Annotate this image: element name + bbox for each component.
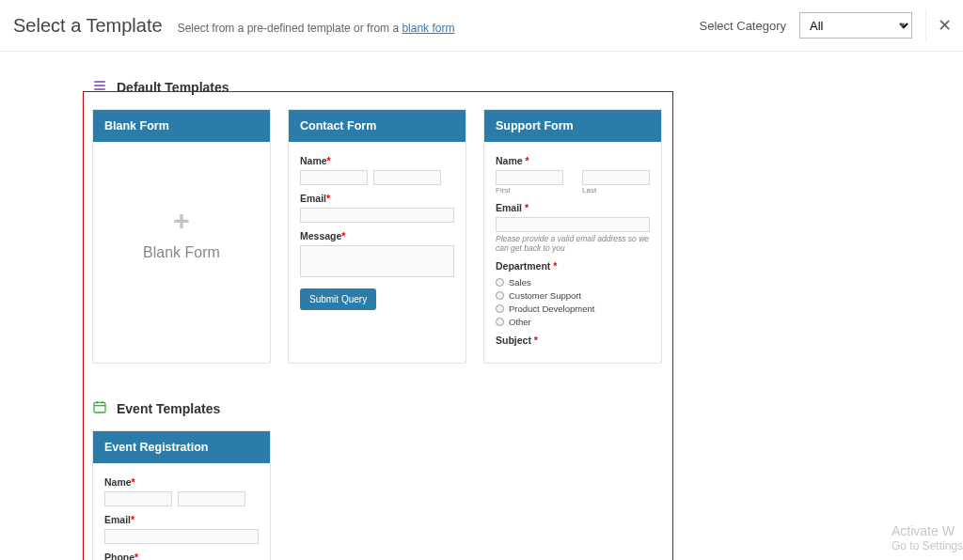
header-bar: Select a Template Select from a pre-defi… xyxy=(0,0,963,52)
radio-icon xyxy=(496,278,504,287)
event-email-input[interactable] xyxy=(104,529,259,544)
required-asterisk: * xyxy=(534,334,538,346)
event-templates-title: Event Templates xyxy=(117,401,220,416)
event-templates-cards: Event Registration Name* Email* Phone* C… xyxy=(83,425,963,560)
template-card-event-reg[interactable]: Event Registration Name* Email* Phone* C… xyxy=(92,430,271,560)
header-left: Select a Template Select from a pre-defi… xyxy=(13,15,454,37)
last-sublabel: Last xyxy=(582,186,650,194)
radio-icon xyxy=(496,318,504,326)
required-asterisk: * xyxy=(327,155,331,166)
support-last-name-input[interactable] xyxy=(582,170,650,185)
dept-option-other[interactable]: Other xyxy=(496,317,650,327)
header-right: Select Category All ▼ ✕ xyxy=(700,9,964,41)
menu-icon xyxy=(92,78,107,96)
template-card-blank[interactable]: Blank Form + Blank Form xyxy=(92,109,271,364)
category-label: Select Category xyxy=(700,19,787,33)
page-title: Select a Template xyxy=(13,15,163,37)
card-body-event-reg: Name* Email* Phone* Company xyxy=(93,463,270,560)
contact-last-name-input[interactable] xyxy=(373,170,441,185)
contact-first-name-input[interactable] xyxy=(300,170,368,185)
watermark-line2: Go to Settings xyxy=(892,539,963,554)
close-icon[interactable]: ✕ xyxy=(925,9,963,41)
required-asterisk: * xyxy=(526,155,529,166)
card-title-contact: Contact Form xyxy=(289,110,466,142)
support-name-label: Name * xyxy=(496,155,650,166)
template-card-support[interactable]: Support Form Name * First Last Email * P… xyxy=(483,109,662,364)
card-body-contact: Name* Email* Message* Submit Query xyxy=(289,142,466,327)
template-card-contact[interactable]: Contact Form Name* Email* Message* Submi… xyxy=(288,109,466,364)
contact-message-textarea[interactable] xyxy=(300,245,454,277)
category-select[interactable]: All xyxy=(799,12,912,39)
dept-option-sales[interactable]: Sales xyxy=(496,277,650,288)
watermark-line1: Activate W xyxy=(892,522,963,539)
required-asterisk: * xyxy=(132,476,135,488)
contact-name-label: Name* xyxy=(300,155,454,166)
required-asterisk: * xyxy=(525,202,529,213)
support-email-help: Please provide a valid email address so … xyxy=(496,234,650,253)
card-body-support: Name * First Last Email * Please provide… xyxy=(484,142,661,363)
card-body-blank: + Blank Form xyxy=(93,142,270,330)
event-first-name-input[interactable] xyxy=(104,491,172,506)
contact-email-label: Email* xyxy=(300,193,454,204)
card-title-blank: Blank Form xyxy=(93,110,270,142)
svg-rect-3 xyxy=(94,403,105,413)
support-email-input[interactable] xyxy=(496,217,650,232)
default-templates-cards: Blank Form + Blank Form Contact Form Nam… xyxy=(83,103,963,364)
support-subject-label: Subject * xyxy=(496,334,650,346)
blank-form-link[interactable]: blank form xyxy=(402,22,454,35)
support-email-label: Email * xyxy=(496,202,650,213)
event-phone-label: Phone* xyxy=(104,552,259,560)
contact-email-input[interactable] xyxy=(300,208,454,223)
dept-radio-group: Sales Customer Support Product Developme… xyxy=(496,277,650,327)
support-first-name-input[interactable] xyxy=(496,170,563,185)
required-asterisk: * xyxy=(341,230,345,241)
content-viewport: Default Templates Blank Form + Blank For… xyxy=(0,52,963,560)
required-asterisk: * xyxy=(134,552,138,560)
card-title-event-reg: Event Registration xyxy=(93,431,270,463)
dept-option-pd[interactable]: Product Development xyxy=(496,303,650,314)
blank-form-label: Blank Form xyxy=(143,244,220,261)
radio-icon xyxy=(496,291,504,300)
default-templates-header: Default Templates xyxy=(83,61,963,103)
calendar-icon xyxy=(92,399,107,417)
event-name-label: Name* xyxy=(104,476,259,488)
event-email-label: Email* xyxy=(104,514,259,525)
support-dept-label: Department * xyxy=(496,260,650,272)
first-sublabel: First xyxy=(496,186,563,194)
page-subtitle: Select from a pre-defined template or fr… xyxy=(178,22,455,35)
required-asterisk: * xyxy=(553,260,557,272)
windows-watermark: Activate W Go to Settings xyxy=(892,522,963,554)
dept-option-cs[interactable]: Customer Support xyxy=(496,290,650,301)
event-last-name-input[interactable] xyxy=(178,491,245,506)
required-asterisk: * xyxy=(131,514,134,525)
plus-icon: + xyxy=(173,207,190,235)
event-templates-header: Event Templates xyxy=(83,382,963,425)
category-select-wrap: All ▼ xyxy=(799,12,912,39)
subtitle-text: Select from a pre-defined template or fr… xyxy=(178,22,403,35)
default-templates-title: Default Templates xyxy=(117,80,229,95)
required-asterisk: * xyxy=(326,193,330,204)
card-title-support: Support Form xyxy=(484,110,661,142)
contact-message-label: Message* xyxy=(300,230,454,241)
submit-query-button[interactable]: Submit Query xyxy=(300,288,376,310)
radio-icon xyxy=(496,304,504,313)
